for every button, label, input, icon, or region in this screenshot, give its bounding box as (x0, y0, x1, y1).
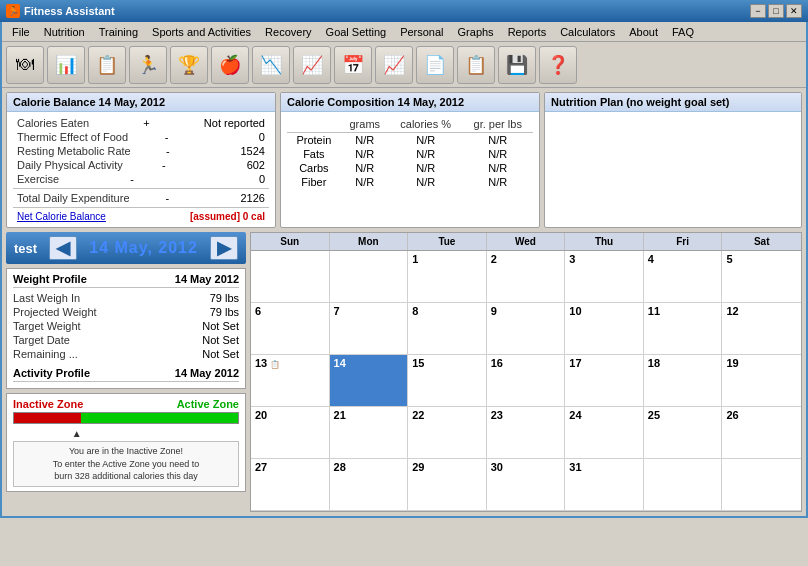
rmr-value: 1524 (205, 145, 265, 157)
list-item[interactable]: 8 (408, 303, 487, 355)
menu-item-calculators[interactable]: Calculators (554, 24, 621, 40)
menu-item-about[interactable]: About (623, 24, 664, 40)
calories-eaten-value: Not reported (204, 117, 265, 129)
toolbar-btn-3[interactable]: 🏃 (129, 46, 167, 84)
cal-cell-empty[interactable] (251, 251, 330, 303)
list-item[interactable]: 13 📋 (251, 355, 330, 407)
list-item[interactable]: 5 (722, 251, 801, 303)
table-row: Fiber N/R N/R N/R (287, 175, 533, 189)
list-item[interactable]: 2 (487, 251, 566, 303)
note-icon: 📋 (270, 360, 280, 369)
weight-profile-panel: Weight Profile 14 May 2012 Last Weigh In… (6, 268, 246, 389)
target-weight-row: Target Weight Not Set (13, 319, 239, 333)
toolbar-btn-10[interactable]: 📄 (416, 46, 454, 84)
cal-cell-empty[interactable] (722, 459, 801, 511)
list-item[interactable]: 29 (408, 459, 487, 511)
list-item[interactable]: 4 (644, 251, 723, 303)
menu-item-goal-setting[interactable]: Goal Setting (320, 24, 393, 40)
toolbar-btn-1[interactable]: 📊 (47, 46, 85, 84)
menu-item-file[interactable]: File (6, 24, 36, 40)
menu-item-sports-and-activities[interactable]: Sports and Activities (146, 24, 257, 40)
minimize-button[interactable]: − (750, 4, 766, 18)
list-item[interactable]: 20 (251, 407, 330, 459)
menu-item-reports[interactable]: Reports (502, 24, 553, 40)
maximize-button[interactable]: □ (768, 4, 784, 18)
list-item[interactable]: 19 (722, 355, 801, 407)
cal-cell-empty[interactable] (644, 459, 723, 511)
calendar-date: 14 May, 2012 (89, 239, 198, 257)
fiber-grams: N/R (341, 175, 389, 189)
projected-value: 79 lbs (210, 306, 239, 318)
col-thu: Thu (565, 233, 644, 250)
carbs-calories: N/R (389, 161, 463, 175)
list-item[interactable]: 16 (487, 355, 566, 407)
list-item[interactable]: 1 (408, 251, 487, 303)
toolbar-btn-2[interactable]: 📋 (88, 46, 126, 84)
list-item[interactable]: 24 (565, 407, 644, 459)
window-title: Fitness Assistant (24, 5, 115, 17)
table-row: Protein N/R N/R N/R (287, 133, 533, 148)
cal-cell-empty[interactable] (330, 251, 409, 303)
toolbar-btn-6[interactable]: 📉 (252, 46, 290, 84)
comp-table: grams calories % gr. per lbs Protein N/R… (287, 116, 533, 189)
menu-item-recovery[interactable]: Recovery (259, 24, 317, 40)
calendar-body: 1 2 3 4 5 6 7 8 9 10 11 12 13 📋 14 (251, 251, 801, 511)
last-weigh-label: Last Weigh In (13, 292, 80, 304)
list-item[interactable]: 25 (644, 407, 723, 459)
calendar-grid: Sun Mon Tue Wed Thu Fri Sat 1 2 3 4 5 6 … (250, 232, 802, 512)
list-item[interactable]: 21 (330, 407, 409, 459)
target-weight-label: Target Weight (13, 320, 81, 332)
list-item[interactable]: 11 (644, 303, 723, 355)
list-item[interactable]: 7 (330, 303, 409, 355)
zone-labels: Inactive Zone Active Zone (13, 398, 239, 410)
list-item[interactable]: 6 (251, 303, 330, 355)
menu-item-nutrition[interactable]: Nutrition (38, 24, 91, 40)
list-item[interactable]: 28 (330, 459, 409, 511)
toolbar-btn-9[interactable]: 📈 (375, 46, 413, 84)
today-cell[interactable]: 14 (330, 355, 409, 407)
total-label: Total Daily Expenditure (17, 192, 130, 204)
active-zone-label: Active Zone (177, 398, 239, 410)
toolbar-btn-0[interactable]: 🍽 (6, 46, 44, 84)
list-item[interactable]: 22 (408, 407, 487, 459)
list-item[interactable]: 15 (408, 355, 487, 407)
toolbar-btn-12[interactable]: 💾 (498, 46, 536, 84)
net-label[interactable]: Net Calorie Balance (17, 211, 106, 222)
list-item[interactable]: 12 (722, 303, 801, 355)
total-row: Total Daily Expenditure - 2126 (13, 191, 269, 205)
prev-month-button[interactable]: ◀ (49, 236, 77, 260)
list-item[interactable]: 10 (565, 303, 644, 355)
list-item[interactable]: 23 (487, 407, 566, 459)
toolbar-btn-4[interactable]: 🏆 (170, 46, 208, 84)
list-item[interactable]: 27 (251, 459, 330, 511)
toolbar-btn-5[interactable]: 🍎 (211, 46, 249, 84)
thermic-value: 0 (205, 131, 265, 143)
dpa-label: Daily Physical Activity (17, 159, 123, 171)
last-weigh-row: Last Weigh In 79 lbs (13, 291, 239, 305)
menu-item-faq[interactable]: FAQ (666, 24, 700, 40)
protein-label: Protein (287, 133, 341, 148)
list-item[interactable]: 31 (565, 459, 644, 511)
rmr-row: Resting Metabolic Rate - 1524 (13, 144, 269, 158)
list-item[interactable]: 17 (565, 355, 644, 407)
toolbar-btn-13[interactable]: ❓ (539, 46, 577, 84)
activity-profile-date: 14 May 2012 (175, 367, 239, 379)
net-value: [assumed] 0 cal (190, 211, 265, 222)
next-month-button[interactable]: ▶ (210, 236, 238, 260)
projected-row: Projected Weight 79 lbs (13, 305, 239, 319)
list-item[interactable]: 3 (565, 251, 644, 303)
menu-item-personal[interactable]: Personal (394, 24, 449, 40)
menu-item-graphs[interactable]: Graphs (452, 24, 500, 40)
list-item[interactable]: 26 (722, 407, 801, 459)
activity-zone-panel: Inactive Zone Active Zone ▲ You are in t… (6, 393, 246, 492)
close-button[interactable]: ✕ (786, 4, 802, 18)
exercise-value: 0 (205, 173, 265, 185)
toolbar-btn-8[interactable]: 📅 (334, 46, 372, 84)
menu-item-training[interactable]: Training (93, 24, 144, 40)
list-item[interactable]: 30 (487, 459, 566, 511)
toolbar-btn-7[interactable]: 📈 (293, 46, 331, 84)
col-mon: Mon (330, 233, 409, 250)
list-item[interactable]: 9 (487, 303, 566, 355)
toolbar-btn-11[interactable]: 📋 (457, 46, 495, 84)
list-item[interactable]: 18 (644, 355, 723, 407)
